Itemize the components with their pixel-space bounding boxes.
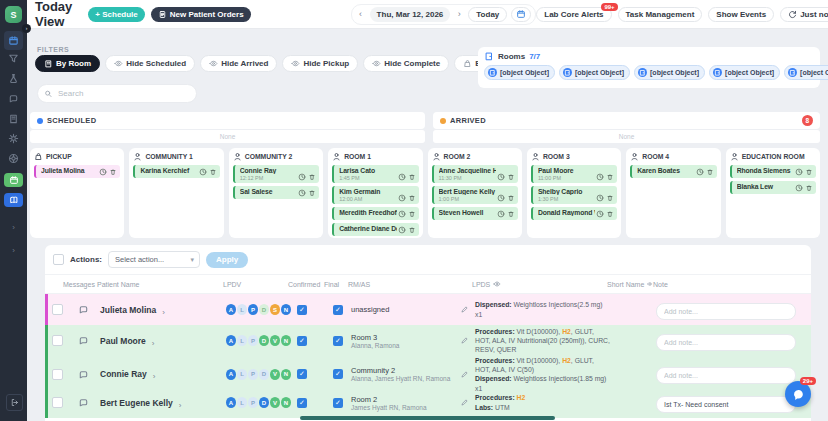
clock-icon[interactable] xyxy=(99,168,107,176)
trash-icon[interactable] xyxy=(408,194,416,202)
trash-icon[interactable] xyxy=(706,168,714,176)
lpdv-badge[interactable]: D xyxy=(259,369,269,380)
lpdv-badge[interactable]: N xyxy=(281,335,291,346)
confirmed-checkbox[interactable] xyxy=(297,369,307,379)
scheduled-section-header[interactable]: SCHEDULED xyxy=(30,112,425,129)
lpdv-badge[interactable]: V xyxy=(270,397,280,408)
patient-card[interactable]: Steven Howell xyxy=(432,207,518,220)
row-checkbox[interactable] xyxy=(52,304,63,315)
lpdv-badge[interactable]: L xyxy=(237,397,247,408)
trash-icon[interactable] xyxy=(209,168,217,176)
clock-icon[interactable] xyxy=(398,194,406,202)
refresh-button[interactable]: Just now xyxy=(780,7,828,22)
room-chip[interactable]: [object Object] xyxy=(784,65,828,80)
note-input[interactable] xyxy=(656,303,796,320)
patient-card[interactable]: Meredith Freedhoff xyxy=(332,207,418,220)
confirmed-checkbox[interactable] xyxy=(297,398,307,408)
sidebar-item-calendar-green[interactable] xyxy=(4,173,23,187)
room-chip[interactable]: [object Object] xyxy=(709,65,780,80)
clock-icon[interactable] xyxy=(298,189,306,197)
clock-icon[interactable] xyxy=(596,173,604,181)
new-patient-orders-button[interactable]: New Patient Orders xyxy=(151,7,251,22)
patient-card[interactable]: Paul Moore11:00 PM xyxy=(531,165,617,183)
confirmed-checkbox[interactable] xyxy=(297,336,307,346)
clock-icon[interactable] xyxy=(398,226,406,234)
patient-card[interactable]: Rhonda Siemens xyxy=(730,165,816,178)
room-chip[interactable]: [object Object] xyxy=(484,65,555,80)
clock-icon[interactable] xyxy=(199,168,207,176)
patient-card[interactable]: Karen Boates xyxy=(630,165,716,178)
sidebar-item-lab[interactable] xyxy=(4,70,23,86)
clock-icon[interactable] xyxy=(398,210,406,218)
clock-icon[interactable] xyxy=(596,194,604,202)
app-logo[interactable]: S xyxy=(5,6,22,23)
patient-card[interactable]: Donald Raymond Willey xyxy=(531,207,617,220)
filter-hide-pickup[interactable]: Hide Pickup xyxy=(282,55,358,72)
patient-name-cell[interactable]: Paul Moore xyxy=(100,332,226,350)
row-checkbox[interactable] xyxy=(52,397,63,408)
patient-card[interactable]: Connie Ray12:12 PM xyxy=(233,165,319,183)
trash-icon[interactable] xyxy=(507,173,515,181)
trash-icon[interactable] xyxy=(308,189,316,197)
trash-icon[interactable] xyxy=(606,210,614,218)
clock-icon[interactable] xyxy=(497,194,505,202)
patient-card[interactable]: Kim Germain12:00 AM xyxy=(332,186,418,204)
search-input[interactable] xyxy=(56,88,190,99)
sidebar-item-filter[interactable] xyxy=(4,50,23,66)
lpdv-badge[interactable]: D xyxy=(259,397,269,408)
message-icon[interactable] xyxy=(78,335,89,346)
clock-icon[interactable] xyxy=(298,173,306,181)
final-checkbox[interactable] xyxy=(333,369,343,379)
edit-pencil-icon[interactable] xyxy=(460,336,469,345)
sidebar-logout-button[interactable] xyxy=(6,394,23,411)
edit-pencil-icon[interactable] xyxy=(460,305,469,314)
patient-card[interactable]: Blanka Lew xyxy=(730,181,816,194)
lpdv-badge[interactable]: P xyxy=(248,369,258,380)
date-picker-button[interactable] xyxy=(511,7,531,22)
trash-icon[interactable] xyxy=(507,210,515,218)
current-date[interactable]: Thu, Mar 12, 2026 xyxy=(370,7,451,22)
patient-card[interactable]: Karina Kerchief xyxy=(133,165,219,178)
task-management-button[interactable]: Task Management xyxy=(618,7,703,22)
select-all-checkbox[interactable] xyxy=(53,254,64,265)
patient-name-cell[interactable]: Connie Ray xyxy=(100,365,226,383)
lpdv-badge[interactable]: A xyxy=(226,397,236,408)
clock-icon[interactable] xyxy=(398,173,406,181)
trash-icon[interactable] xyxy=(606,194,614,202)
confirmed-checkbox[interactable] xyxy=(297,305,307,315)
patient-card[interactable]: Larisa Cato1:45 PM xyxy=(332,165,418,183)
trash-icon[interactable] xyxy=(109,168,117,176)
lpdv-badge[interactable]: A xyxy=(226,304,236,315)
sidebar-expand-2[interactable]: › xyxy=(4,242,23,258)
final-checkbox[interactable] xyxy=(333,305,343,315)
final-checkbox[interactable] xyxy=(333,398,343,408)
lpdv-badge[interactable]: N xyxy=(281,397,291,408)
prev-day-button[interactable]: ‹ xyxy=(356,9,366,19)
lpdv-badge[interactable]: A xyxy=(226,369,236,380)
clock-icon[interactable] xyxy=(696,168,704,176)
sidebar-item-messages[interactable] xyxy=(4,90,23,106)
lpdv-badge[interactable]: N xyxy=(281,369,291,380)
schedule-button[interactable]: + Schedule xyxy=(88,7,144,22)
filter-hide-scheduled[interactable]: Hide Scheduled xyxy=(105,55,195,72)
clock-icon[interactable] xyxy=(795,184,803,192)
sidebar-expander-toggle[interactable]: › xyxy=(22,24,31,33)
lpdv-badge[interactable]: V xyxy=(270,369,280,380)
trash-icon[interactable] xyxy=(507,194,515,202)
sidebar-item-support[interactable] xyxy=(4,150,23,166)
trash-icon[interactable] xyxy=(408,226,416,234)
patient-name-cell[interactable]: Bert Eugene Kelly xyxy=(100,394,226,412)
lpdv-badge[interactable]: N xyxy=(281,304,291,315)
filter-hide-arrived[interactable]: Hide Arrived xyxy=(200,55,277,72)
trash-icon[interactable] xyxy=(408,210,416,218)
lab-core-alerts-button[interactable]: Lab Core Alerts 99+ xyxy=(536,7,611,22)
lpdv-badge[interactable]: S xyxy=(270,304,280,315)
trash-icon[interactable] xyxy=(606,173,614,181)
clock-icon[interactable] xyxy=(497,210,505,218)
lpdv-badge[interactable]: P xyxy=(248,304,258,315)
filter-by-room[interactable]: By Room xyxy=(35,55,100,72)
action-select[interactable]: Select action... xyxy=(108,251,200,268)
patient-name-cell[interactable]: Julieta Molina xyxy=(100,301,226,319)
patient-card[interactable]: Julieta Molina xyxy=(34,165,120,178)
edit-pencil-icon[interactable] xyxy=(460,370,469,379)
